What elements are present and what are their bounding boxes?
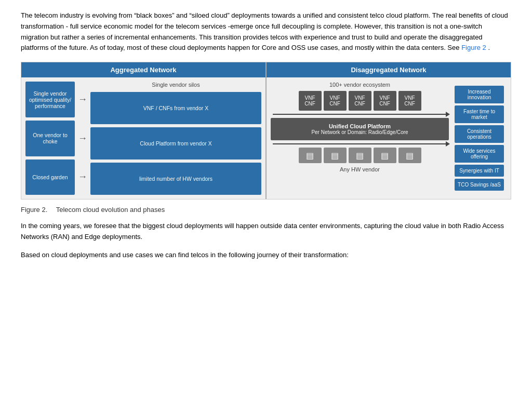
single-vendor-silos-label: Single vendor silos (90, 82, 261, 88)
body-para-2: Based on cloud deployments and use cases… (21, 250, 511, 261)
aggregated-labels: Single vendor optimised quality/ perform… (25, 82, 75, 195)
benefit-synergies: Synergies with IT (455, 165, 504, 177)
cloud-platform-box: Cloud Platform from vendor X (90, 127, 261, 159)
benefits-column: Increased innovation Faster time to mark… (452, 82, 507, 195)
hw-icon-4: ▤ (374, 148, 396, 163)
vnf-cnf-2: VNFCNF (324, 91, 347, 111)
limited-hw-box: limited number of HW vendors (90, 163, 261, 195)
left-arrows: → → → (78, 82, 87, 195)
vendor-ecosystem-label: 100+ vendor ecosystem (271, 82, 449, 88)
disaggregated-content: 100+ vendor ecosystem VNFCNF VNFCNF VNFC… (271, 82, 449, 195)
aggregated-body: Single vendor optimised quality/ perform… (21, 77, 265, 199)
benefit-consistent-ops: Consistent operations (455, 125, 504, 143)
hw-row: ▤ ▤ ▤ ▤ ▤ (271, 148, 449, 163)
hw-icon-1: ▤ (299, 148, 322, 163)
unified-platform-box: Unified Cloud Platform Per Network or Do… (271, 118, 449, 140)
benefit-faster-time: Faster time to market (455, 105, 504, 123)
vnf-cnfs-box: VNF / CNFs from vendor X (90, 92, 261, 124)
disaggregated-panel: Disaggregated Network 100+ vendor ecosys… (265, 62, 511, 199)
intro-paragraph: The telecom industry is evolving from “b… (21, 10, 511, 54)
disaggregated-body: 100+ vendor ecosystem VNFCNF VNFCNF VNFC… (267, 77, 511, 199)
aggregated-right-content: Single vendor silos VNF / CNFs from vend… (90, 82, 261, 195)
hw-icon-2: ▤ (324, 148, 347, 163)
vnf-cnf-4: VNFCNF (374, 91, 396, 111)
hw-vendor-label: Any HW vendor (271, 166, 449, 172)
hw-icon-5: ▤ (398, 148, 421, 163)
benefit-increased-innovation: Increased innovation (455, 86, 504, 103)
vnf-cnf-1: VNFCNF (299, 91, 322, 111)
right-arrow-row-2 (271, 143, 449, 144)
label-single-vendor: Single vendor optimised quality/ perform… (25, 82, 75, 117)
figure2-link[interactable]: Figure 2 (461, 44, 486, 51)
vnf-cnf-5: VNFCNF (398, 91, 421, 111)
benefit-tco-savings: TCO Savings /aaS (455, 179, 504, 191)
disaggregated-header: Disaggregated Network (267, 62, 511, 77)
label-one-vendor: One vendor to choke (25, 121, 75, 156)
aggregated-header: Aggregated Network (21, 62, 265, 77)
right-arrow-row (271, 114, 449, 115)
figure-caption: Figure 2. Telecom cloud evolution and ph… (21, 206, 511, 214)
vnf-cnf-3: VNFCNF (349, 91, 371, 111)
vnf-row: VNFCNF VNFCNF VNFCNF VNFCNF VNFCNF (271, 91, 449, 111)
benefit-wide-services: Wide services offering (455, 145, 504, 163)
body-para-1: In the coming years, we foresee that the… (21, 221, 511, 243)
label-closed-garden: Closed garden (25, 159, 75, 195)
diagram-container: Aggregated Network Single vendor optimis… (21, 62, 511, 200)
aggregated-panel: Aggregated Network Single vendor optimis… (21, 62, 265, 199)
hw-icon-3: ▤ (349, 148, 371, 163)
